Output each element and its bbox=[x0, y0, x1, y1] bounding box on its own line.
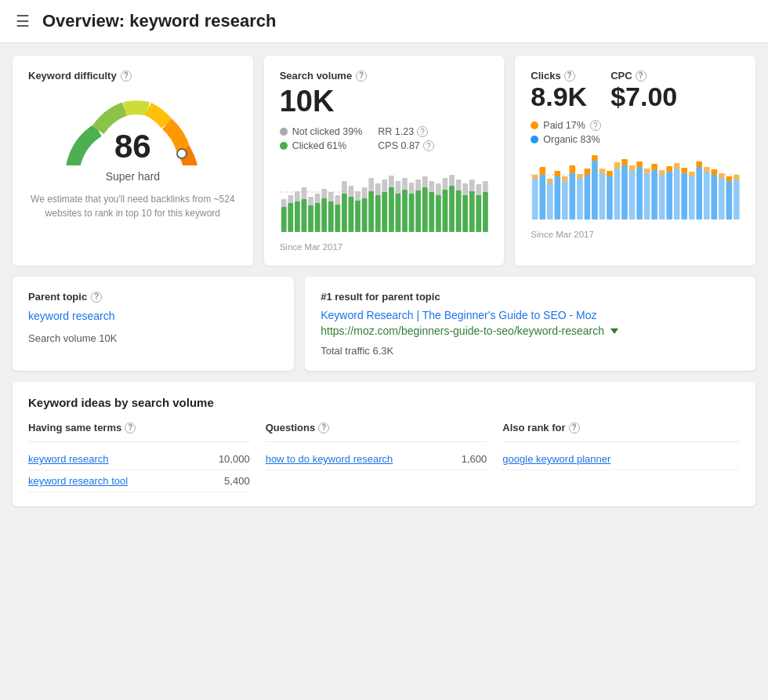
svg-rect-109 bbox=[697, 167, 703, 219]
svg-rect-65 bbox=[532, 179, 538, 219]
ki-col-questions: Questions ? how to do keyword research 1… bbox=[266, 422, 503, 492]
svg-rect-95 bbox=[644, 173, 650, 219]
clicks-help-icon[interactable]: ? bbox=[564, 71, 575, 82]
svg-rect-106 bbox=[682, 168, 688, 173]
clicked-dot bbox=[280, 142, 288, 150]
ki-col1-header: Having same terms ? bbox=[28, 422, 250, 442]
kd-description: We estimate that you'll need backlinks f… bbox=[28, 192, 237, 220]
ki-col3-header: Also rank for ? bbox=[502, 422, 740, 442]
svg-rect-51 bbox=[442, 190, 447, 232]
svg-rect-80 bbox=[585, 169, 591, 175]
main-content: Keyword difficulty ? bbox=[0, 43, 768, 519]
kd-help-icon[interactable]: ? bbox=[121, 71, 132, 82]
svg-rect-102 bbox=[667, 166, 673, 172]
top-result-card: #1 result for parent topic Keyword Resea… bbox=[305, 277, 755, 371]
keyword-difficulty-card: Keyword difficulty ? bbox=[13, 56, 253, 266]
svg-rect-87 bbox=[614, 169, 621, 219]
result-title-link[interactable]: Keyword Research | The Beginner's Guide … bbox=[321, 309, 740, 321]
svg-rect-114 bbox=[712, 169, 718, 175]
sv-since: Since Mar 2017 bbox=[280, 242, 489, 252]
ki-col1-help-icon[interactable]: ? bbox=[125, 423, 136, 433]
svg-rect-115 bbox=[719, 178, 725, 219]
svg-rect-47 bbox=[429, 192, 434, 232]
sv-meta: Not clicked 39% Clicked 61% RR 1.23 ? CP… bbox=[280, 126, 489, 154]
result-url-link[interactable]: https://moz.com/beginners-guide-to-seo/k… bbox=[321, 325, 604, 337]
svg-rect-35 bbox=[389, 187, 394, 232]
svg-rect-37 bbox=[395, 194, 400, 232]
hamburger-icon[interactable]: ☰ bbox=[16, 12, 30, 31]
svg-rect-98 bbox=[652, 164, 658, 170]
not-clicked-item: Not clicked 39% bbox=[280, 126, 363, 137]
kd-label: Keyword difficulty ? bbox=[28, 70, 237, 82]
ki-col2-help-icon[interactable]: ? bbox=[318, 423, 329, 433]
svg-rect-66 bbox=[532, 175, 538, 179]
cps-help-icon[interactable]: ? bbox=[423, 140, 434, 151]
parent-topic-card: Parent topic ? keyword research Search v… bbox=[13, 277, 294, 371]
ki-volume: 1,600 bbox=[462, 453, 487, 465]
svg-rect-27 bbox=[361, 198, 367, 232]
ki-volume: 5,400 bbox=[224, 475, 250, 487]
clicks-cpc-card: Clicks ? 8.9K CPC ? $7.00 Paid 17% bbox=[515, 56, 755, 266]
rr-help-icon[interactable]: ? bbox=[417, 126, 428, 137]
svg-rect-99 bbox=[659, 175, 665, 219]
svg-rect-71 bbox=[555, 176, 561, 219]
paid-help-icon[interactable]: ? bbox=[590, 120, 601, 131]
clicks-meta: Paid 17% ? Organic 83% bbox=[531, 120, 740, 145]
svg-rect-69 bbox=[547, 183, 553, 219]
svg-rect-79 bbox=[585, 175, 591, 219]
clicks-since: Since Mar 2017 bbox=[531, 230, 740, 239]
list-item: how to do keyword research 1,600 bbox=[266, 448, 487, 470]
svg-rect-100 bbox=[659, 170, 665, 175]
header: ☰ Overview: keyword research bbox=[0, 0, 768, 43]
keyword-ideas-columns: Having same terms ? keyword research 10,… bbox=[28, 422, 740, 492]
svg-rect-92 bbox=[629, 165, 636, 171]
ki-col3-help-icon[interactable]: ? bbox=[569, 423, 580, 433]
parent-topic-link[interactable]: keyword research bbox=[28, 310, 115, 322]
keyword-ideas-card: Keyword ideas by search volume Having sa… bbox=[13, 382, 755, 506]
sv-help-icon[interactable]: ? bbox=[356, 71, 367, 82]
parent-topic-help-icon[interactable]: ? bbox=[91, 292, 102, 303]
clicks-chart bbox=[531, 151, 740, 225]
ki-keyword-link[interactable]: how to do keyword research bbox=[266, 453, 393, 465]
svg-rect-75 bbox=[570, 173, 576, 219]
svg-rect-31 bbox=[375, 195, 381, 232]
ki-volume: 10,000 bbox=[219, 453, 250, 465]
svg-rect-63 bbox=[483, 192, 488, 232]
svg-rect-25 bbox=[355, 201, 360, 232]
svg-rect-101 bbox=[667, 172, 673, 219]
svg-rect-108 bbox=[689, 172, 695, 176]
result-url-dropdown-icon[interactable] bbox=[610, 328, 618, 334]
paid-item: Paid 17% ? bbox=[531, 120, 740, 131]
cps-item: CPS 0.87 ? bbox=[378, 140, 434, 151]
clicked-item: Clicked 61% bbox=[280, 140, 363, 151]
cpc-section: CPC ? $7.00 bbox=[610, 70, 677, 112]
svg-rect-9 bbox=[301, 199, 306, 232]
svg-rect-68 bbox=[540, 167, 546, 175]
list-item: keyword research 10,000 bbox=[28, 448, 250, 470]
list-item: google keyword planner bbox=[502, 448, 740, 470]
sv-value: 10K bbox=[280, 85, 489, 118]
svg-rect-53 bbox=[449, 186, 455, 232]
organic-dot bbox=[531, 136, 538, 143]
cpc-label: CPC ? bbox=[610, 70, 677, 82]
clicks-section: Clicks ? 8.9K bbox=[531, 70, 587, 112]
svg-rect-70 bbox=[547, 179, 553, 183]
middle-section: Parent topic ? keyword research Search v… bbox=[13, 277, 755, 371]
svg-rect-33 bbox=[382, 192, 387, 232]
top-cards-row: Keyword difficulty ? bbox=[13, 56, 755, 266]
svg-rect-11 bbox=[308, 205, 313, 232]
cpc-help-icon[interactable]: ? bbox=[636, 71, 647, 82]
svg-rect-23 bbox=[348, 197, 353, 232]
result-url: https://moz.com/beginners-guide-to-seo/k… bbox=[321, 325, 740, 337]
svg-rect-84 bbox=[600, 169, 606, 173]
svg-rect-72 bbox=[555, 171, 561, 176]
svg-rect-93 bbox=[637, 167, 643, 219]
ki-keyword-link[interactable]: keyword research bbox=[28, 453, 109, 465]
svg-rect-43 bbox=[415, 190, 421, 232]
gauge-rating: Super hard bbox=[106, 170, 160, 183]
rr-item: RR 1.23 ? bbox=[378, 126, 434, 137]
ki-keyword-link[interactable]: keyword research tool bbox=[28, 475, 128, 487]
ki-keyword-link[interactable]: google keyword planner bbox=[502, 453, 610, 465]
parent-topic-volume: Search volume 10K bbox=[28, 332, 278, 344]
clicks-value: 8.9K bbox=[531, 82, 587, 112]
